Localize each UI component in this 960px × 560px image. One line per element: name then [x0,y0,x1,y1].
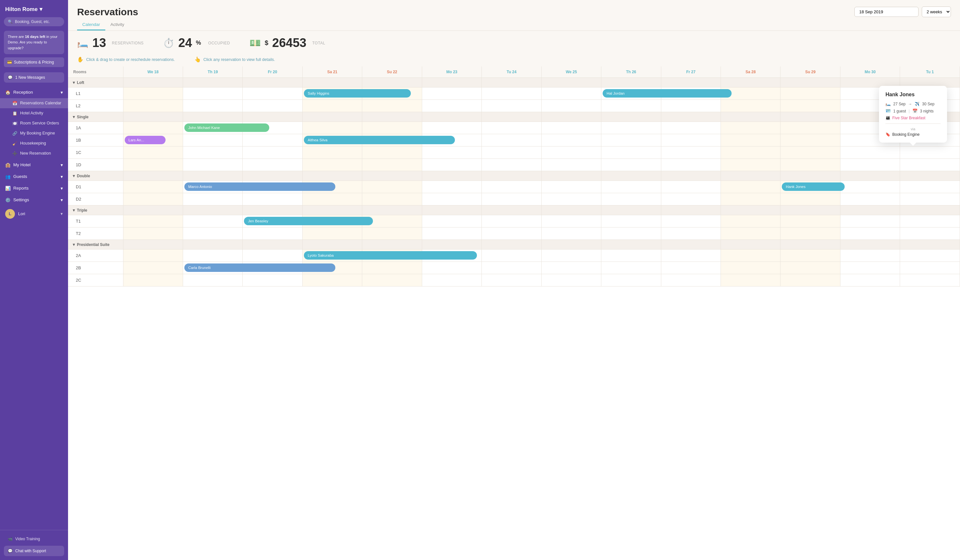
cell-t2-sa21[interactable] [302,227,362,240]
cell-t1-fr20[interactable]: Jen Beasley [243,215,302,227]
cell-2c-tu1[interactable] [900,274,960,286]
cell-2b-th19[interactable]: Carla Brunelli [183,262,242,274]
cell-l1-su29[interactable] [781,88,840,100]
reservation-bar[interactable]: John Michael Kane [184,123,269,132]
cell-d2-th26[interactable] [602,193,661,205]
cell-2a-mo30[interactable] [840,250,900,262]
cell-1d-we18[interactable] [123,159,183,171]
cell-2a-we18[interactable] [123,250,183,262]
cell-1c-fr27[interactable] [661,147,720,159]
cell-d2-mo23[interactable] [422,193,482,205]
cell-l1-fr20[interactable] [243,88,302,100]
cell-1b-fr27[interactable] [661,134,720,147]
cell-2b-mo23[interactable] [422,262,482,274]
cell-2b-th26[interactable] [602,262,661,274]
cell-2b-sa28[interactable] [721,262,781,274]
cell-t1-we25[interactable] [541,215,601,227]
cell-d2-sa21[interactable] [302,193,362,205]
cell-d1-tu1[interactable] [900,181,960,193]
cell-1c-tu24[interactable] [482,147,541,159]
cell-1c-fr20[interactable] [243,147,302,159]
cell-1c-we18[interactable] [123,147,183,159]
cell-2c-sa28[interactable] [721,274,781,286]
cell-t2-tu24[interactable] [482,227,541,240]
reservation-bar[interactable]: Carla Brunelli [184,264,335,272]
cell-t2-mo30[interactable] [840,227,900,240]
cell-l2-su22[interactable] [362,100,422,112]
sidebar-item-new-reservation[interactable]: ➕ New Reservation [0,149,68,158]
cell-t2-we18[interactable] [123,227,183,240]
cell-1c-mo23[interactable] [422,147,482,159]
cell-t2-th19[interactable] [183,227,242,240]
cell-t2-su22[interactable] [362,227,422,240]
search-box[interactable]: 🔍 Booking, Guest, etc. [4,17,64,26]
cell-d2-fr20[interactable] [243,193,302,205]
cell-1d-th26[interactable] [602,159,661,171]
cell-d2-th19[interactable] [183,193,242,205]
cell-1d-su22[interactable] [362,159,422,171]
cell-2c-th19[interactable] [183,274,242,286]
cell-d1-sa28[interactable] [721,181,781,193]
reservation-bar[interactable]: Hank Jones [782,182,845,191]
cell-2b-we18[interactable] [123,262,183,274]
cell-t1-tu24[interactable] [482,215,541,227]
cell-2c-we18[interactable] [123,274,183,286]
cell-1a-su29[interactable] [781,122,840,134]
cell-1d-th19[interactable] [183,159,242,171]
video-training-button[interactable]: 📹 Video Training [4,534,64,544]
cell-2a-fr20[interactable] [243,250,302,262]
cell-d2-tu1[interactable] [900,193,960,205]
nav-parent-guests[interactable]: 👥 Guests ▾ [0,171,68,182]
sidebar-item-booking-engine[interactable]: 🔗 My Booking Engine [0,128,68,138]
cell-2b-we25[interactable] [541,262,601,274]
cell-2a-sa21[interactable]: Lyoto Sakuraba [302,250,362,262]
sidebar-item-reservations-calendar[interactable]: 📅 Reservations Calendar [0,98,68,108]
cell-2c-sa21[interactable] [302,274,362,286]
cell-t1-fr27[interactable] [661,215,720,227]
cell-2b-su29[interactable] [781,262,840,274]
cell-1b-sa21[interactable]: Althea Silva [302,134,362,147]
cell-d2-we18[interactable] [123,193,183,205]
cell-t2-we25[interactable] [541,227,601,240]
cell-d1-su22[interactable] [362,181,422,193]
sidebar-item-hotel-activity[interactable]: 📋 Hotel Activity [0,108,68,118]
cell-d1-th26[interactable] [602,181,661,193]
upgrade-button[interactable]: 💳 Subscriptions & Pricing [4,58,64,67]
cell-l2-we25[interactable] [541,100,601,112]
cell-1b-sa28[interactable] [721,134,781,147]
cell-d1-tu24[interactable] [482,181,541,193]
cell-d1-fr27[interactable] [661,181,720,193]
cell-1a-th19[interactable]: John Michael Kane [183,122,242,134]
cell-d2-tu24[interactable] [482,193,541,205]
cell-2b-mo30[interactable] [840,262,900,274]
cell-1d-tu1[interactable] [900,159,960,171]
tab-calendar[interactable]: Calendar [77,19,105,30]
cell-2a-su29[interactable] [781,250,840,262]
reservation-bar[interactable]: Hal Jordan [603,89,731,98]
cell-l2-fr20[interactable] [243,100,302,112]
cell-l2-we18[interactable] [123,100,183,112]
cell-2c-mo30[interactable] [840,274,900,286]
cell-1c-su29[interactable] [781,147,840,159]
cell-t1-th26[interactable] [602,215,661,227]
cell-d1-we18[interactable] [123,181,183,193]
cell-l1-we18[interactable] [123,88,183,100]
view-select[interactable]: 2 weeks 1 week 1 month [922,6,951,17]
cell-1a-mo23[interactable] [422,122,482,134]
cell-2c-su22[interactable] [362,274,422,286]
messages-button[interactable]: 💬 1 New Messages [4,72,64,83]
cell-1d-sa21[interactable] [302,159,362,171]
cell-1d-fr20[interactable] [243,159,302,171]
cell-t2-su29[interactable] [781,227,840,240]
cell-t1-mo30[interactable] [840,215,900,227]
cell-l1-tu24[interactable] [482,88,541,100]
cell-l2-sa28[interactable] [721,100,781,112]
cell-l2-th19[interactable] [183,100,242,112]
cell-d2-sa28[interactable] [721,193,781,205]
reservation-bar[interactable]: Lars An... [125,136,166,144]
cell-d2-mo30[interactable] [840,193,900,205]
nav-parent-reports[interactable]: 📊 Reports ▾ [0,182,68,194]
cell-l1-sa21[interactable]: Sally Higgins [302,88,362,100]
user-row[interactable]: L Lori ▾ [0,206,68,222]
cell-1b-fr20[interactable] [243,134,302,147]
